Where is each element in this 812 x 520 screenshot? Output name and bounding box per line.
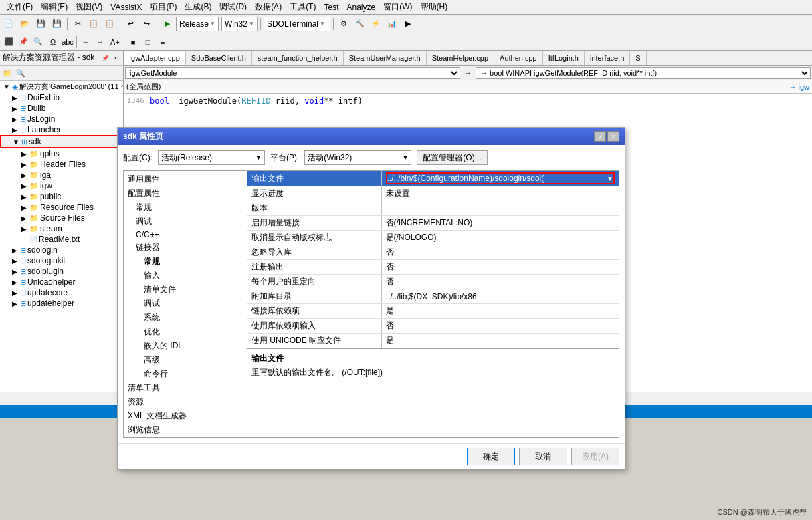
props-right: 输出文件 ../../bin/$(ConfigurationName)/sdol…: [247, 171, 619, 437]
prop-name-per-user: 每个用户的重定向: [247, 275, 381, 289]
tree-cmdline[interactable]: 命令行: [125, 367, 245, 381]
cancel-button[interactable]: 取消: [519, 448, 567, 465]
platform-select[interactable]: 活动(Win32) ▼: [304, 150, 411, 165]
tree-optimize[interactable]: 优化: [125, 325, 245, 339]
watermark: CSDN @森明帮大于黑虎帮: [718, 507, 807, 517]
prop-name-incremental: 启用增量链接: [247, 216, 381, 231]
tree-browse[interactable]: 浏览信息: [125, 423, 245, 437]
tree-manifest-tool[interactable]: 清单工具: [125, 381, 245, 395]
prop-value-nologo: 是(/NOLOGO): [381, 231, 619, 245]
prop-name-version: 版本: [247, 201, 381, 216]
dialog-controls: ? ×: [594, 131, 619, 142]
edit-arrow-icon[interactable]: ▼: [607, 175, 613, 182]
prop-name-nologo: 取消显示自动版权标志: [247, 231, 381, 245]
prop-row-progress[interactable]: 显示进度 未设置: [247, 186, 619, 201]
prop-name-output: 输出文件: [247, 171, 381, 186]
props-tree: 通用属性 配置属性 常规 调试 C/C++ 链接器 常规 输入 清单文件 调试 …: [124, 171, 247, 437]
prop-name-link-lib-dep: 链接库依赖项: [247, 304, 381, 319]
prop-row-ignore-import[interactable]: 忽略导入库 否: [247, 245, 619, 260]
properties-dialog: sdk 属性页 ? × 配置(C): 活动(Release) ▼ 平台(P): …: [117, 127, 625, 470]
dialog-footer: 确定 取消 应用(A): [118, 443, 625, 469]
ok-button[interactable]: 确定: [467, 448, 515, 465]
tree-general[interactable]: 常规: [125, 201, 245, 215]
prop-row-lib-dirs[interactable]: 附加库目录 ../../lib;$(DX_SDK)/lib/x86: [247, 289, 619, 304]
config-arrow-icon: ▼: [256, 154, 262, 161]
prop-value-per-user: 否: [381, 275, 619, 289]
prop-row-register-output[interactable]: 注册输出 否: [247, 260, 619, 275]
props-table: 输出文件 ../../bin/$(ConfigurationName)/sdol…: [247, 171, 619, 348]
prop-value-use-lib-dep: 否: [381, 319, 619, 334]
dialog-titlebar: sdk 属性页 ? ×: [118, 128, 625, 145]
prop-row-per-user[interactable]: 每个用户的重定向 否: [247, 275, 619, 289]
tree-xml-doc[interactable]: XML 文档生成器: [125, 409, 245, 423]
tree-cpp[interactable]: C/C++: [125, 229, 245, 241]
config-mgr-btn[interactable]: 配置管理器(O)...: [417, 150, 487, 165]
props-description: 输出文件 重写默认的输出文件名。 (/OUT:[file]): [247, 348, 619, 388]
dialog-title: sdk 属性页: [123, 131, 163, 142]
prop-name-ignore-import: 忽略导入库: [247, 245, 381, 260]
prop-value-link-lib-dep: 是: [381, 304, 619, 319]
platform-value: 活动(Win32): [308, 152, 352, 164]
config-value: 活动(Release): [161, 152, 212, 164]
prop-value-incremental: 否(/INCREMENTAL:NO): [381, 216, 619, 231]
prop-row-nologo[interactable]: 取消显示自动版权标志 是(/NOLOGO): [247, 231, 619, 245]
config-row: 配置(C): 活动(Release) ▼ 平台(P): 活动(Win32) ▼ …: [123, 150, 619, 165]
props-area: 通用属性 配置属性 常规 调试 C/C++ 链接器 常规 输入 清单文件 调试 …: [123, 170, 619, 438]
output-value-text: ../../bin/$(ConfigurationName)/sdologin/…: [387, 174, 544, 183]
dialog-overlay: sdk 属性页 ? × 配置(C): 活动(Release) ▼ 平台(P): …: [0, 0, 812, 520]
prop-name-unicode: 使用 UNICODE 响应文件: [247, 334, 381, 348]
dialog-help-btn[interactable]: ?: [594, 131, 606, 142]
props-desc-text: 重写默认的输出文件名。 (/OUT:[file]): [251, 367, 615, 378]
prop-name-register-output: 注册输出: [247, 260, 381, 275]
tree-debug[interactable]: 调试: [125, 215, 245, 229]
prop-row-link-lib-dep[interactable]: 链接库依赖项 是: [247, 304, 619, 319]
prop-value-register-output: 否: [381, 260, 619, 275]
prop-row-unicode[interactable]: 使用 UNICODE 响应文件 是: [247, 334, 619, 348]
dialog-body: 配置(C): 活动(Release) ▼ 平台(P): 活动(Win32) ▼ …: [118, 145, 625, 443]
tree-linker-input[interactable]: 输入: [125, 269, 245, 283]
platform-arrow-icon: ▼: [402, 154, 408, 161]
tree-linker[interactable]: 链接器: [125, 241, 245, 255]
prop-name-lib-dirs: 附加库目录: [247, 289, 381, 304]
prop-row-use-lib-dep[interactable]: 使用库依赖项输入 否: [247, 319, 619, 334]
config-label: 配置(C):: [123, 152, 153, 164]
props-desc-title: 输出文件: [251, 353, 615, 364]
tree-system[interactable]: 系统: [125, 311, 245, 325]
prop-row-output[interactable]: 输出文件 ../../bin/$(ConfigurationName)/sdol…: [247, 171, 619, 186]
tree-idl[interactable]: 嵌入的 IDL: [125, 339, 245, 353]
tree-generic-props[interactable]: 通用属性: [125, 172, 245, 186]
prop-value-progress: 未设置: [381, 186, 619, 201]
prop-name-progress: 显示进度: [247, 186, 381, 201]
apply-button[interactable]: 应用(A): [571, 448, 619, 465]
prop-row-incremental[interactable]: 启用增量链接 否(/INCREMENTAL:NO): [247, 216, 619, 231]
prop-value-ignore-import: 否: [381, 245, 619, 260]
dialog-close-btn[interactable]: ×: [607, 131, 619, 142]
prop-value-lib-dirs: ../../lib;$(DX_SDK)/lib/x86: [381, 289, 619, 304]
prop-value-version: [381, 201, 619, 216]
prop-row-version[interactable]: 版本: [247, 201, 619, 216]
config-select[interactable]: 活动(Release) ▼: [158, 150, 265, 165]
prop-name-use-lib-dep: 使用库依赖项输入: [247, 319, 381, 334]
prop-value-unicode: 是: [381, 334, 619, 348]
tree-linker-general[interactable]: 常规: [125, 255, 245, 269]
tree-linker-debug[interactable]: 调试: [125, 297, 245, 311]
tree-advanced[interactable]: 高级: [125, 353, 245, 367]
prop-value-output: ../../bin/$(ConfigurationName)/sdologin/…: [381, 171, 619, 186]
tree-manifest[interactable]: 清单文件: [125, 283, 245, 297]
platform-label: 平台(P):: [270, 152, 299, 164]
tree-config-props[interactable]: 配置属性: [125, 186, 245, 201]
tree-resource[interactable]: 资源: [125, 395, 245, 409]
